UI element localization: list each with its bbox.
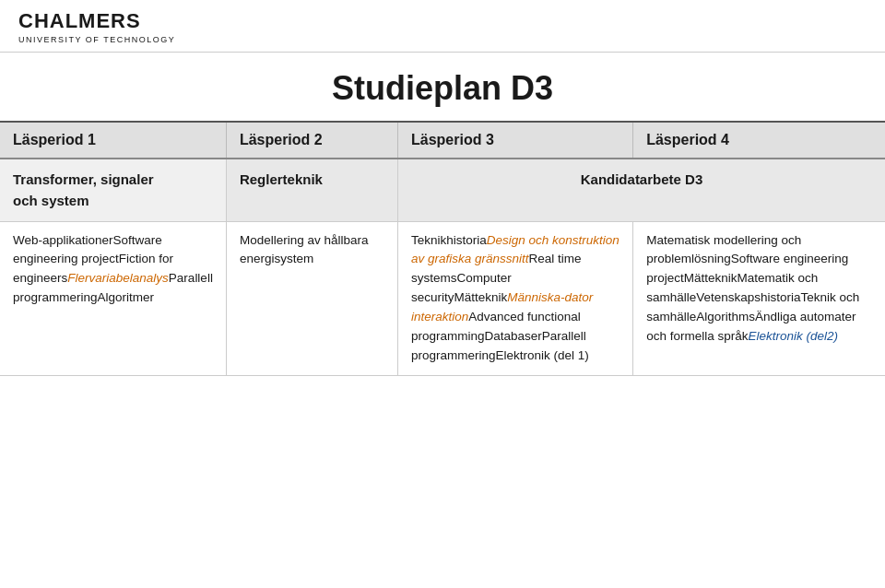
page-title: Studieplan D3 [0, 69, 885, 108]
cell-item: Mätteknik [454, 290, 507, 304]
cell-item: Elektronik (del2) [748, 329, 838, 343]
table-cell: Matematisk modellering och problemlösnin… [633, 221, 885, 375]
title-section: Studieplan D3 [0, 53, 885, 121]
logo: CHALMERS UNIVERSITY OF TECHNOLOGY [18, 9, 175, 44]
cell-item: Databaser [485, 329, 542, 343]
table-cell: Reglerteknik [226, 159, 397, 221]
cell-item: Vetenskapshistoria [696, 290, 800, 304]
cell-item: Teknikhistoria [411, 233, 487, 247]
cell-item: Algoritmer [98, 290, 155, 304]
candidate-info-row: Transformer, signaleroch systemReglertek… [0, 159, 885, 221]
table-cell-candidate: Kandidatarbete D3 [397, 159, 885, 221]
table-row: Web-applikationerSoftware engineering pr… [0, 221, 885, 375]
cell-item: Web-applikationer [13, 233, 113, 247]
study-table: Läsperiod 1 Läsperiod 2 Läsperiod 3 Läsp… [0, 121, 885, 376]
header: CHALMERS UNIVERSITY OF TECHNOLOGY [0, 0, 885, 53]
cell-item: Elektronik (del 1) [496, 348, 589, 362]
table-cell: Transformer, signaleroch system [0, 159, 226, 221]
page: CHALMERS UNIVERSITY OF TECHNOLOGY Studie… [0, 0, 885, 588]
logo-sub: UNIVERSITY OF TECHNOLOGY [18, 35, 175, 44]
table-header-row: Läsperiod 1 Läsperiod 2 Läsperiod 3 Läsp… [0, 122, 885, 159]
header-col3: Läsperiod 3 [397, 122, 632, 159]
table-cell: TeknikhistoriaDesign och konstruktion av… [397, 221, 632, 375]
table-cell: Web-applikationerSoftware engineering pr… [0, 221, 226, 375]
header-col4: Läsperiod 4 [633, 122, 885, 159]
header-col2: Läsperiod 2 [226, 122, 397, 159]
cell-item: Modellering av hållbara energisystem [240, 233, 369, 266]
cell-item: Flervariabelanalys [67, 271, 169, 285]
cell-item: Mätteknik [684, 271, 738, 285]
table-cell: Modellering av hållbara energisystem [226, 221, 397, 375]
header-col1: Läsperiod 1 [0, 122, 226, 159]
cell-item: Algorithms [696, 310, 755, 323]
logo-main: CHALMERS [18, 9, 175, 33]
